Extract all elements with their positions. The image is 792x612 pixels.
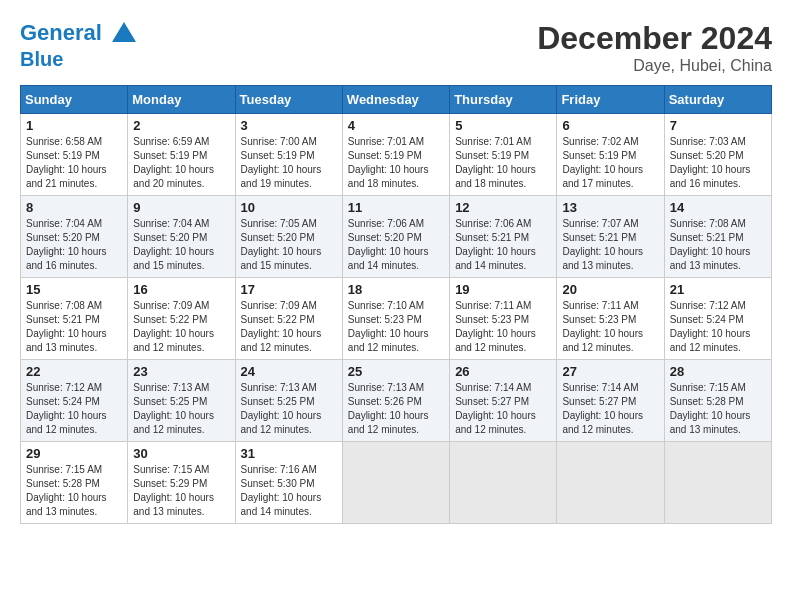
weekday-header-tuesday: Tuesday (235, 86, 342, 114)
day-number: 11 (348, 200, 444, 215)
day-info: Sunrise: 7:13 AMSunset: 5:25 PMDaylight:… (133, 381, 229, 437)
calendar-cell: 22Sunrise: 7:12 AMSunset: 5:24 PMDayligh… (21, 360, 128, 442)
day-number: 14 (670, 200, 766, 215)
day-info: Sunrise: 7:14 AMSunset: 5:27 PMDaylight:… (562, 381, 658, 437)
calendar-cell: 29Sunrise: 7:15 AMSunset: 5:28 PMDayligh… (21, 442, 128, 524)
day-info: Sunrise: 7:04 AMSunset: 5:20 PMDaylight:… (133, 217, 229, 273)
day-number: 1 (26, 118, 122, 133)
day-info: Sunrise: 7:02 AMSunset: 5:19 PMDaylight:… (562, 135, 658, 191)
month-title: December 2024 (537, 20, 772, 57)
day-info: Sunrise: 7:15 AMSunset: 5:29 PMDaylight:… (133, 463, 229, 519)
day-number: 31 (241, 446, 337, 461)
logo-icon (110, 20, 138, 48)
location-title: Daye, Hubei, China (537, 57, 772, 75)
day-number: 10 (241, 200, 337, 215)
calendar-cell: 3Sunrise: 7:00 AMSunset: 5:19 PMDaylight… (235, 114, 342, 196)
calendar-cell: 13Sunrise: 7:07 AMSunset: 5:21 PMDayligh… (557, 196, 664, 278)
calendar-cell: 30Sunrise: 7:15 AMSunset: 5:29 PMDayligh… (128, 442, 235, 524)
title-area: December 2024 Daye, Hubei, China (537, 20, 772, 75)
day-number: 6 (562, 118, 658, 133)
calendar: SundayMondayTuesdayWednesdayThursdayFrid… (20, 85, 772, 524)
day-info: Sunrise: 6:58 AMSunset: 5:19 PMDaylight:… (26, 135, 122, 191)
day-number: 7 (670, 118, 766, 133)
logo: General Blue (20, 20, 138, 70)
calendar-cell: 4Sunrise: 7:01 AMSunset: 5:19 PMDaylight… (342, 114, 449, 196)
day-number: 2 (133, 118, 229, 133)
day-info: Sunrise: 7:13 AMSunset: 5:25 PMDaylight:… (241, 381, 337, 437)
weekday-header-saturday: Saturday (664, 86, 771, 114)
day-number: 13 (562, 200, 658, 215)
day-info: Sunrise: 7:10 AMSunset: 5:23 PMDaylight:… (348, 299, 444, 355)
day-number: 26 (455, 364, 551, 379)
calendar-cell: 12Sunrise: 7:06 AMSunset: 5:21 PMDayligh… (450, 196, 557, 278)
day-number: 3 (241, 118, 337, 133)
weekday-header-friday: Friday (557, 86, 664, 114)
day-number: 18 (348, 282, 444, 297)
calendar-cell: 17Sunrise: 7:09 AMSunset: 5:22 PMDayligh… (235, 278, 342, 360)
day-info: Sunrise: 7:05 AMSunset: 5:20 PMDaylight:… (241, 217, 337, 273)
day-info: Sunrise: 7:16 AMSunset: 5:30 PMDaylight:… (241, 463, 337, 519)
day-info: Sunrise: 6:59 AMSunset: 5:19 PMDaylight:… (133, 135, 229, 191)
day-number: 19 (455, 282, 551, 297)
calendar-cell (557, 442, 664, 524)
day-number: 24 (241, 364, 337, 379)
day-number: 15 (26, 282, 122, 297)
calendar-cell: 23Sunrise: 7:13 AMSunset: 5:25 PMDayligh… (128, 360, 235, 442)
calendar-cell: 6Sunrise: 7:02 AMSunset: 5:19 PMDaylight… (557, 114, 664, 196)
day-number: 5 (455, 118, 551, 133)
calendar-cell: 26Sunrise: 7:14 AMSunset: 5:27 PMDayligh… (450, 360, 557, 442)
calendar-cell: 28Sunrise: 7:15 AMSunset: 5:28 PMDayligh… (664, 360, 771, 442)
calendar-cell: 15Sunrise: 7:08 AMSunset: 5:21 PMDayligh… (21, 278, 128, 360)
calendar-cell: 18Sunrise: 7:10 AMSunset: 5:23 PMDayligh… (342, 278, 449, 360)
day-number: 21 (670, 282, 766, 297)
logo-text: General (20, 20, 138, 48)
calendar-cell: 7Sunrise: 7:03 AMSunset: 5:20 PMDaylight… (664, 114, 771, 196)
day-info: Sunrise: 7:15 AMSunset: 5:28 PMDaylight:… (26, 463, 122, 519)
calendar-cell: 11Sunrise: 7:06 AMSunset: 5:20 PMDayligh… (342, 196, 449, 278)
day-number: 17 (241, 282, 337, 297)
logo-general: General (20, 20, 102, 45)
calendar-cell: 31Sunrise: 7:16 AMSunset: 5:30 PMDayligh… (235, 442, 342, 524)
day-info: Sunrise: 7:11 AMSunset: 5:23 PMDaylight:… (562, 299, 658, 355)
weekday-header-monday: Monday (128, 86, 235, 114)
day-info: Sunrise: 7:04 AMSunset: 5:20 PMDaylight:… (26, 217, 122, 273)
day-info: Sunrise: 7:11 AMSunset: 5:23 PMDaylight:… (455, 299, 551, 355)
day-number: 16 (133, 282, 229, 297)
day-info: Sunrise: 7:14 AMSunset: 5:27 PMDaylight:… (455, 381, 551, 437)
day-info: Sunrise: 7:07 AMSunset: 5:21 PMDaylight:… (562, 217, 658, 273)
day-info: Sunrise: 7:00 AMSunset: 5:19 PMDaylight:… (241, 135, 337, 191)
day-info: Sunrise: 7:08 AMSunset: 5:21 PMDaylight:… (26, 299, 122, 355)
day-number: 9 (133, 200, 229, 215)
day-number: 28 (670, 364, 766, 379)
calendar-cell: 20Sunrise: 7:11 AMSunset: 5:23 PMDayligh… (557, 278, 664, 360)
day-number: 30 (133, 446, 229, 461)
calendar-cell: 27Sunrise: 7:14 AMSunset: 5:27 PMDayligh… (557, 360, 664, 442)
calendar-cell (342, 442, 449, 524)
logo-blue: Blue (20, 48, 138, 70)
calendar-cell: 8Sunrise: 7:04 AMSunset: 5:20 PMDaylight… (21, 196, 128, 278)
calendar-cell: 24Sunrise: 7:13 AMSunset: 5:25 PMDayligh… (235, 360, 342, 442)
calendar-cell: 9Sunrise: 7:04 AMSunset: 5:20 PMDaylight… (128, 196, 235, 278)
day-number: 12 (455, 200, 551, 215)
day-number: 27 (562, 364, 658, 379)
weekday-header-wednesday: Wednesday (342, 86, 449, 114)
day-info: Sunrise: 7:06 AMSunset: 5:20 PMDaylight:… (348, 217, 444, 273)
svg-marker-0 (112, 22, 136, 42)
day-number: 23 (133, 364, 229, 379)
calendar-cell (664, 442, 771, 524)
day-number: 29 (26, 446, 122, 461)
day-number: 25 (348, 364, 444, 379)
calendar-cell: 2Sunrise: 6:59 AMSunset: 5:19 PMDaylight… (128, 114, 235, 196)
calendar-cell: 25Sunrise: 7:13 AMSunset: 5:26 PMDayligh… (342, 360, 449, 442)
calendar-cell: 1Sunrise: 6:58 AMSunset: 5:19 PMDaylight… (21, 114, 128, 196)
day-info: Sunrise: 7:01 AMSunset: 5:19 PMDaylight:… (348, 135, 444, 191)
calendar-cell: 19Sunrise: 7:11 AMSunset: 5:23 PMDayligh… (450, 278, 557, 360)
calendar-cell: 21Sunrise: 7:12 AMSunset: 5:24 PMDayligh… (664, 278, 771, 360)
day-info: Sunrise: 7:13 AMSunset: 5:26 PMDaylight:… (348, 381, 444, 437)
calendar-cell (450, 442, 557, 524)
calendar-cell: 14Sunrise: 7:08 AMSunset: 5:21 PMDayligh… (664, 196, 771, 278)
day-info: Sunrise: 7:12 AMSunset: 5:24 PMDaylight:… (26, 381, 122, 437)
day-info: Sunrise: 7:12 AMSunset: 5:24 PMDaylight:… (670, 299, 766, 355)
day-info: Sunrise: 7:15 AMSunset: 5:28 PMDaylight:… (670, 381, 766, 437)
day-number: 20 (562, 282, 658, 297)
